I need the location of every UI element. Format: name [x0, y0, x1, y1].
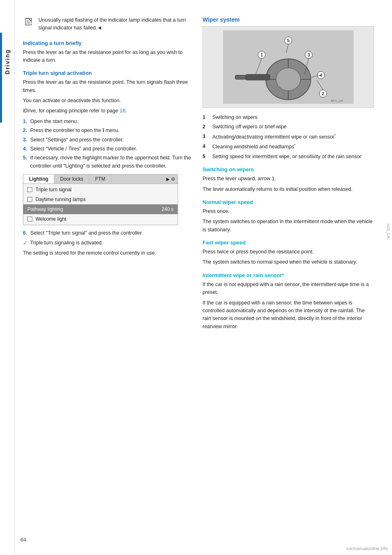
indicating-turn-section: Indicating a turn briefly Press the leve… — [23, 40, 194, 65]
checkbox-welcome[interactable] — [27, 217, 32, 222]
step-4: 4. Select "Vehicle / Tires" and press th… — [23, 145, 194, 153]
svg-text:MC6_1JK: MC6_1JK — [331, 99, 343, 103]
menu-item-daytime-label: Daytime running lamps — [36, 197, 86, 202]
switching-on-body2: The lever automatically returns to its i… — [203, 186, 374, 193]
side-tab: Driving — [0, 0, 15, 555]
page-container: Driving Unusually rapid f — [0, 0, 392, 555]
gear-small-icon: ⚙ — [171, 177, 175, 182]
normal-wiper-body1: Press once. — [203, 208, 374, 215]
triple-turn-body1: Press the lever as far as the resistance… — [23, 78, 194, 94]
checkmark-text: Triple turn signaling is activated. — [30, 240, 103, 246]
menu-screenshot: Lighting Door locks FTM ▶ ⚙ Triple turn … — [23, 174, 178, 225]
wiper-label-2: Switching off wipers or brief wipe — [212, 123, 287, 131]
checkbox-daytime[interactable] — [27, 197, 32, 202]
wiper-num-1: 1 — [203, 114, 209, 121]
menu-tab-doorlocks[interactable]: Door locks — [54, 175, 89, 184]
svg-marker-1 — [29, 18, 31, 25]
intermittent-heading: Intermittent wipe or rain sensor* — [203, 272, 374, 278]
side-tab-label: Driving — [4, 49, 11, 74]
menu-tab-lighting[interactable]: Lighting — [23, 175, 54, 184]
wiper-items-list: 1 Switching on wipers 2 Switching off wi… — [203, 114, 374, 161]
notice-text: Unusually rapid flashing of the indicato… — [38, 16, 194, 32]
notice-icon — [23, 16, 34, 28]
wiper-num-5: 5 — [203, 153, 209, 161]
indicating-turn-heading: Indicating a turn briefly — [23, 40, 194, 46]
fast-wiper-body2: The system switches to normal speed when… — [203, 258, 374, 266]
menu-tab-ftm[interactable]: FTM — [89, 175, 111, 184]
menu-item-pathway[interactable]: Pathway lighting 240 s — [23, 204, 178, 214]
arrow-right-icon: ▶ — [166, 177, 169, 182]
svg-text:5: 5 — [287, 38, 290, 43]
fast-wiper-heading: Fast wiper speed — [203, 239, 374, 246]
menu-tab-icons: ▶ ⚙ — [164, 175, 178, 184]
step6-list: 6. Select "Triple turn signal" and press… — [23, 229, 194, 237]
checkmark-line: ✓ Triple turn signaling is activated. — [23, 239, 194, 246]
wiper-item-4: 4 Cleaning windshield and headlamps* — [203, 143, 374, 151]
wiper-item-5: 5 Setting speed for intermittent wipe, o… — [203, 153, 374, 161]
triple-turn-body2: You can activate or deactivate this func… — [23, 97, 194, 105]
wiper-system-section: Wiper system — [203, 16, 374, 331]
steps-list: 1. Open the start menu. 2. Press the con… — [23, 118, 194, 170]
right-column: Wiper system — [203, 16, 374, 539]
wiper-num-3: 3 — [203, 133, 209, 141]
step6-text: Select "Triple turn signal" and press th… — [30, 230, 143, 236]
step-6: 6. Select "Triple turn signal" and press… — [23, 229, 194, 237]
step-1: 1. Open the start menu. — [23, 118, 194, 125]
wiper-diagram-box: 1 2 3 4 5 — [203, 26, 374, 108]
indicating-turn-body: Press the lever as far as the resistance… — [23, 49, 194, 65]
normal-wiper-heading: Normal wiper speed — [203, 199, 374, 205]
intermittent-body1: If the car is not equipped with a rain s… — [203, 281, 374, 297]
switching-on-heading: Switching on wipers — [203, 166, 374, 172]
svg-point-9 — [276, 68, 301, 91]
wiper-label-3: Activating/deactivating intermittent wip… — [212, 133, 336, 141]
triple-turn-body3: iDrive, for operating principle refer to… — [23, 107, 194, 115]
wiper-label-5: Setting speed for intermittent wipe, or … — [212, 153, 361, 161]
setting-stored-text: The setting is stored for the remote con… — [23, 249, 194, 257]
intermittent-section: Intermittent wipe or rain sensor* If the… — [203, 272, 374, 331]
menu-item-pathway-value: 240 s — [162, 206, 174, 212]
wiper-item-2: 2 Switching off wipers or brief wipe — [203, 123, 374, 131]
svg-text:2: 2 — [322, 91, 324, 96]
checkbox-triple[interactable] — [27, 187, 32, 192]
main-content: Unusually rapid flashing of the indicato… — [15, 0, 392, 555]
step-2: 2. Press the controller to open the ī me… — [23, 127, 194, 134]
page-link-16[interactable]: 16 — [120, 108, 125, 114]
switching-on-body1: Press the lever upward, arrow 1. — [203, 175, 374, 183]
notice-box: Unusually rapid flashing of the indicato… — [23, 16, 194, 32]
menu-item-triple-label: Triple turn signal — [36, 187, 71, 192]
normal-wiper-section: Normal wiper speed Press once. The syste… — [203, 199, 374, 234]
wiper-system-heading: Wiper system — [203, 16, 374, 23]
menu-item-triple[interactable]: Triple turn signal — [23, 185, 178, 195]
triple-turn-section: Triple turn signal activation Press the … — [23, 70, 194, 257]
wiper-label-4: Cleaning windshield and headlamps* — [212, 143, 296, 151]
menu-item-welcome-label: Welcome light — [36, 216, 66, 222]
wiper-label-1: Switching on wipers — [212, 114, 257, 121]
wiper-num-4: 4 — [203, 143, 209, 151]
watermark-text: carmanualonline.info — [346, 546, 388, 551]
fast-wiper-section: Fast wiper speed Press twice or press be… — [203, 239, 374, 266]
svg-rect-14 — [245, 74, 270, 80]
intermittent-body2: If the car is equipped with a rain senso… — [203, 299, 374, 331]
normal-wiper-body2: The system switches to operation in the … — [203, 218, 374, 234]
wiper-num-2: 2 — [203, 123, 209, 131]
menu-item-pathway-label: Pathway lighting — [27, 206, 63, 212]
left-column: Unusually rapid flashing of the indicato… — [23, 16, 194, 539]
svg-text:1: 1 — [261, 52, 263, 57]
side-bar-blue — [0, 33, 2, 123]
fast-wiper-body1: Press twice or press beyond the resistan… — [203, 248, 374, 256]
step-3: 3. Select "Settings" and press the contr… — [23, 136, 194, 144]
step-5: 5. If necessary, move the highlight mark… — [23, 154, 194, 170]
wiper-item-3: 3 Activating/deactivating intermittent w… — [203, 133, 374, 141]
triple-turn-heading: Triple turn signal activation — [23, 70, 194, 76]
switching-on-section: Switching on wipers Press the lever upwa… — [203, 166, 374, 193]
svg-text:3: 3 — [307, 52, 310, 57]
menu-item-daytime[interactable]: Daytime running lamps — [23, 195, 178, 204]
page-number: 64 — [20, 537, 26, 543]
menu-item-welcome[interactable]: Welcome light — [23, 214, 178, 224]
wiper-diagram-svg: 1 2 3 4 5 — [223, 30, 354, 104]
checkmark-icon: ✓ — [23, 239, 28, 246]
menu-tabs-row: Lighting Door locks FTM ▶ ⚙ — [23, 175, 178, 184]
right-side-label: MZ6_1JK — [385, 222, 392, 241]
wiper-item-1: 1 Switching on wipers — [203, 114, 374, 121]
svg-rect-15 — [235, 75, 246, 79]
